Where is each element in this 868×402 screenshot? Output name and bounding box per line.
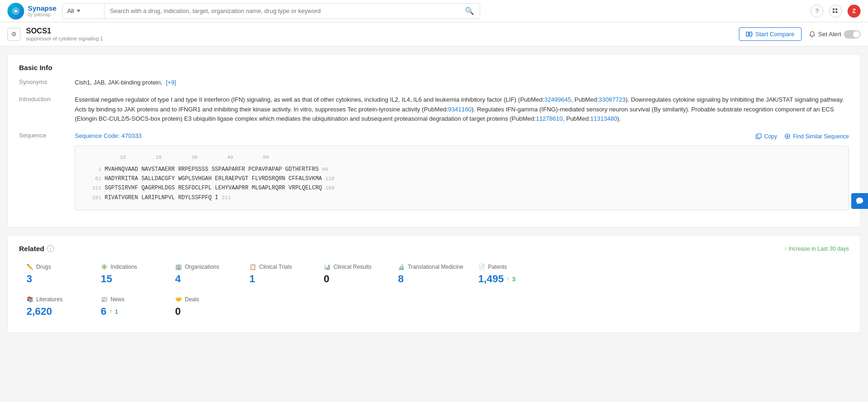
header: Synapse by patsnap All 🔍 ? Z — [0, 0, 868, 22]
settings-icon[interactable]: ⚙ — [7, 28, 20, 41]
svg-rect-2 — [835, 8, 837, 10]
tm-icon: 🔬 — [398, 264, 405, 270]
introduction-row: Introduction Essential negative regulato… — [19, 95, 849, 124]
synonyms-label: Synonyms — [19, 78, 75, 88]
stats-grid-2: 📚 Literatures 2,620 📰 News 6 ↑ 1 — [19, 291, 849, 323]
drug-icon: ✏️ — [26, 264, 33, 270]
stat-clinical-results: 📊 Clinical Results 0 — [316, 258, 391, 291]
news-value[interactable]: 6 ↑ 1 — [101, 305, 160, 318]
svg-rect-1 — [833, 8, 835, 10]
pubmed-link-3[interactable]: 9341160 — [448, 106, 472, 113]
related-info-icon[interactable]: i — [47, 245, 54, 252]
patents-value[interactable]: 1,495 ↑ 3 — [478, 273, 538, 285]
start-compare-button[interactable]: Start Compare — [739, 27, 802, 41]
pubmed-link-4[interactable]: 11278610 — [536, 115, 563, 122]
search-button[interactable]: 🔍 — [459, 6, 480, 15]
sequence-label: Sequence — [19, 131, 75, 210]
alert-toggle[interactable] — [844, 30, 861, 39]
synonyms-value: Cish1, JAB, JAK-binding protein, [+9] — [75, 78, 849, 88]
stat-drugs: ✏️ Drugs 3 — [19, 258, 93, 291]
patents-label: Patents — [488, 264, 507, 270]
patent-icon: 📄 — [478, 264, 485, 270]
deal-icon: 🤝 — [175, 296, 182, 303]
introduction-label: Introduction — [19, 95, 75, 124]
deals-label: Deals — [185, 296, 199, 303]
literatures-label: Literatures — [36, 296, 63, 303]
drugs-value[interactable]: 3 — [26, 273, 86, 285]
pubmed-link-1[interactable]: 32499645 — [544, 96, 571, 103]
related-card: Related i ↑ Increase in Last 30 days ✏️ … — [7, 235, 861, 333]
page-title: SOCS1 — [26, 27, 733, 35]
stat-organizations: 🏢 Organizations 4 — [168, 258, 242, 291]
sequence-header: Sequence Code: 470333 Copy — [75, 131, 849, 141]
search-input[interactable] — [104, 4, 459, 19]
logo: Synapse by patsnap — [7, 3, 57, 19]
grid-icon[interactable] — [829, 5, 842, 18]
sequence-value: Sequence Code: 470333 Copy — [75, 131, 849, 210]
literatures-value[interactable]: 2,620 — [26, 305, 86, 318]
pubmed-link-2[interactable]: 33087723 — [599, 96, 626, 103]
seq-line-3: 121 SGPTSIRVHF QAGRPHLDGS RESFDCLFPL LEH… — [85, 183, 839, 193]
search-filter-dropdown[interactable]: All — [63, 4, 104, 19]
user-avatar[interactable]: Z — [848, 5, 861, 18]
result-icon: 📊 — [324, 264, 331, 270]
increase-badge: ↑ Increase in Last 30 days — [784, 246, 849, 252]
search-container: All 🔍 — [62, 3, 480, 19]
sequence-box: 10 20 30 40 50 1 MVAHNQVAAD NAVSTAAERR R… — [75, 146, 849, 210]
svg-rect-5 — [746, 32, 749, 36]
org-icon: 🏢 — [175, 264, 182, 270]
stats-grid: ✏️ Drugs 3 ✳️ Indications 15 🏢 Organizat… — [19, 258, 849, 291]
news-icon: 📰 — [101, 296, 108, 303]
logo-text: Synapse by patsnap — [28, 5, 57, 18]
floating-chat-button[interactable] — [851, 193, 868, 209]
trial-icon: 📋 — [249, 264, 256, 270]
indication-icon: ✳️ — [101, 264, 108, 270]
search-filter-label: All — [67, 7, 74, 14]
clinical-results-value[interactable]: 0 — [324, 273, 383, 285]
subheader-info: SOCS1 suppressor of cytokine signaling 1 — [26, 27, 733, 41]
basic-info-card: Basic Info Synonyms Cish1, JAB, JAK-bind… — [7, 54, 861, 227]
patents-increase-arrow: ↑ — [507, 276, 509, 282]
logo-icon — [7, 3, 24, 19]
sequence-actions: Copy Find Similar Sequence — [756, 133, 849, 140]
stat-deals: 🤝 Deals 0 — [168, 291, 242, 323]
set-alert-button[interactable]: Set Alert — [809, 30, 861, 39]
introduction-value: Essential negative regulator of type I a… — [75, 95, 849, 124]
find-similar-sequence-button[interactable]: Find Similar Sequence — [784, 133, 849, 140]
content: Basic Info Synonyms Cish1, JAB, JAK-bind… — [0, 46, 868, 348]
copy-sequence-button[interactable]: Copy — [756, 133, 777, 140]
header-actions: ? Z — [810, 5, 861, 18]
logo-byline: by patsnap — [28, 12, 57, 17]
alert-icon — [809, 31, 816, 38]
logo-name: Synapse — [28, 5, 57, 13]
pubmed-link-5[interactable]: 11313480 — [590, 115, 617, 122]
basic-info-title: Basic Info — [19, 64, 849, 71]
stat-patents: 📄 Patents 1,495 ↑ 3 — [471, 258, 545, 291]
sequence-code-link[interactable]: Sequence Code: 470333 — [75, 131, 142, 141]
translational-medicine-value[interactable]: 8 — [398, 273, 463, 285]
page-subtitle: suppressor of cytokine signaling 1 — [26, 36, 733, 41]
drugs-label: Drugs — [36, 264, 51, 270]
deals-value[interactable]: 0 — [175, 305, 235, 318]
stat-news: 📰 News 6 ↑ 1 — [93, 291, 168, 323]
compare-icon — [746, 31, 752, 38]
svg-rect-6 — [750, 32, 752, 36]
indications-value[interactable]: 15 — [101, 273, 160, 285]
chat-icon — [855, 197, 864, 205]
lit-icon: 📚 — [26, 296, 33, 303]
help-icon[interactable]: ? — [810, 5, 823, 18]
subheader: ⚙ SOCS1 suppressor of cytokine signaling… — [0, 22, 868, 46]
clinical-trials-value[interactable]: 1 — [249, 273, 309, 285]
stat-translational-medicine: 🔬 Translational Medicine 8 — [391, 258, 471, 291]
stat-indications: ✳️ Indications 15 — [93, 258, 168, 291]
synonyms-row: Synonyms Cish1, JAB, JAK-binding protein… — [19, 78, 849, 88]
related-title: Related — [19, 245, 44, 253]
synonyms-more-link[interactable]: [+9] — [166, 79, 176, 86]
news-increase-arrow: ↑ — [109, 308, 112, 315]
subheader-actions: Start Compare Set Alert — [739, 27, 861, 41]
translational-medicine-label: Translational Medicine — [408, 264, 463, 270]
indications-label: Indications — [111, 264, 137, 270]
organizations-value[interactable]: 4 — [175, 273, 235, 285]
news-label: News — [111, 296, 124, 303]
copy-icon — [756, 133, 762, 139]
